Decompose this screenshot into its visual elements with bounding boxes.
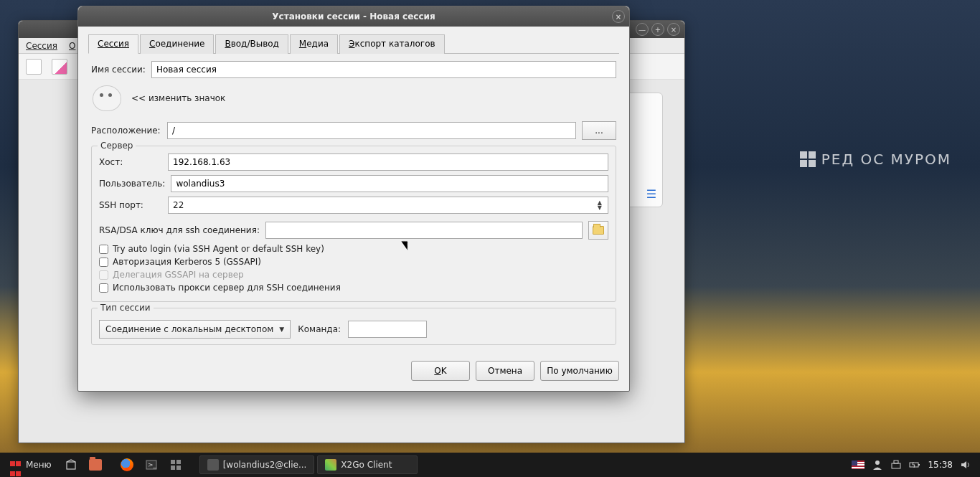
redos-logo-icon [800,151,816,167]
label-ssh-port: SSH порт: [99,200,162,210]
tab-io[interactable]: Ввод/Вывод [215,34,288,54]
server-group-title: Сервер [98,141,136,151]
dialog-titlebar[interactable]: Установки сессии - Новая сессия × [78,6,629,27]
chevron-down-icon: ▼ [279,326,284,333]
checkbox-delegation [99,270,108,280]
start-menu-label: Меню [26,460,52,470]
label-command: Команда: [298,324,341,334]
svg-rect-11 [918,464,920,466]
browse-key-button[interactable] [588,221,608,240]
ssh-port-value: 22 [173,200,184,210]
ssh-port-input[interactable]: 22 ▲▼ [168,197,608,214]
label-host: Хост: [99,157,162,167]
rsa-key-input[interactable] [265,222,583,239]
firefox-icon[interactable] [116,455,138,474]
tool-new-icon[interactable] [26,59,42,75]
label-rsa-key: RSA/DSA ключ для ssh соединения: [99,225,260,235]
dialog-close-button[interactable]: × [612,10,625,23]
dialog-title: Установки сессии - Новая сессия [272,11,435,22]
ssh-port-spinner[interactable]: ▲▼ [598,200,603,210]
svg-rect-0 [67,462,75,469]
tab-export[interactable]: Экспорт каталогов [339,34,445,54]
session-icon-preview [93,85,121,111]
tool-edit-icon[interactable] [52,59,67,75]
taskbar-task-terminal[interactable]: [wolandius2@clie... [199,455,315,474]
label-proxy: Использовать прокси сервер для SSH соеди… [113,283,341,293]
dialog-tabs: Сессия ССоединениеоединение Ввод/Вывод М… [88,34,619,54]
user-input[interactable] [171,175,608,192]
svg-rect-5 [171,466,175,470]
start-menu-logo-icon [10,459,22,471]
session-name-input[interactable] [151,61,616,78]
label-location: Расположение: [91,126,161,136]
host-input[interactable] [168,154,608,171]
label-user: Пользователь: [99,179,165,189]
session-card-menu-icon[interactable]: ☰ [646,187,656,201]
tab-session[interactable]: Сессия [88,34,138,54]
minimize-button[interactable]: — [636,23,649,36]
session-type-group-title: Тип сессии [98,303,154,313]
close-button[interactable]: × [667,23,680,36]
svg-text:>_: >_ [148,461,157,468]
browse-location-button[interactable]: ... [582,121,616,140]
svg-rect-4 [176,460,181,464]
server-groupbox: Сервер Хост: Пользователь: SSH порт: 22 … [91,146,616,302]
menu-options[interactable]: О [69,41,75,51]
folder-icon [593,226,604,235]
ok-button[interactable]: OK [411,361,470,381]
battery-icon[interactable] [909,459,920,471]
svg-rect-6 [176,466,181,470]
svg-rect-8 [892,463,900,468]
terminal-task-icon [207,459,219,471]
taskbar-task-x2go[interactable]: X2Go Client [317,455,418,474]
checkbox-kerberos[interactable] [99,258,108,267]
system-tray: 15:38 [852,459,976,471]
label-autologin: Try auto login (via SSH Agent or default… [113,244,324,254]
svg-rect-9 [894,461,898,463]
clock[interactable]: 15:38 [928,460,953,470]
tab-connection[interactable]: ССоединениеоединение [140,34,214,54]
session-type-value: Соединение с локальным десктопом [105,324,273,334]
taskbar-task-terminal-label: [wolandius2@clie... [223,460,307,470]
menu-session[interactable]: Сессия [26,41,57,51]
cancel-button[interactable]: Отмена [476,361,534,381]
watermark-text: РЕД ОС МУРОМ [821,151,951,168]
maximize-button[interactable]: + [651,23,664,36]
svg-point-7 [875,461,880,465]
package-manager-icon[interactable] [60,455,82,474]
label-kerberos: Авторизация Kerberos 5 (GSSAPI) [113,257,261,267]
svg-rect-3 [171,460,175,464]
terminal-launcher-icon[interactable]: >_ [141,455,162,474]
volume-icon[interactable] [960,459,971,471]
taskbar-task-x2go-label: X2Go Client [341,460,392,470]
keyboard-layout-icon[interactable] [852,461,864,469]
label-session-name: Имя сессии: [91,65,146,75]
checkbox-proxy[interactable] [99,283,108,293]
start-menu-button[interactable]: Меню [4,456,57,473]
location-input[interactable] [167,122,576,139]
session-settings-dialog: Установки сессии - Новая сессия × Сессия… [77,6,630,392]
tab-media[interactable]: Медиа [290,34,338,54]
user-icon[interactable] [872,459,883,471]
change-icon-link[interactable]: << изменить значок [131,93,225,103]
checkbox-autologin[interactable] [99,245,108,254]
file-manager-icon[interactable] [85,455,106,474]
dialog-button-bar: OK Отмена По умолчанию [78,352,629,391]
app-launcher-icon[interactable] [165,455,187,474]
taskbar: Меню >_ [wolandius2@clie... X2Go Client … [0,453,980,477]
session-type-groupbox: Тип сессии Соединение с локальным дескто… [91,308,616,345]
label-delegation: Делегация GSSAPI на сервер [113,270,244,280]
x2go-task-icon [325,459,336,471]
defaults-button[interactable]: По умолчанию [540,361,619,381]
session-type-combo[interactable]: Соединение с локальным десктопом ▼ [99,320,291,339]
desktop-watermark: РЕД ОС МУРОМ [800,151,951,168]
network-icon[interactable] [890,459,902,471]
command-input[interactable] [348,321,427,338]
